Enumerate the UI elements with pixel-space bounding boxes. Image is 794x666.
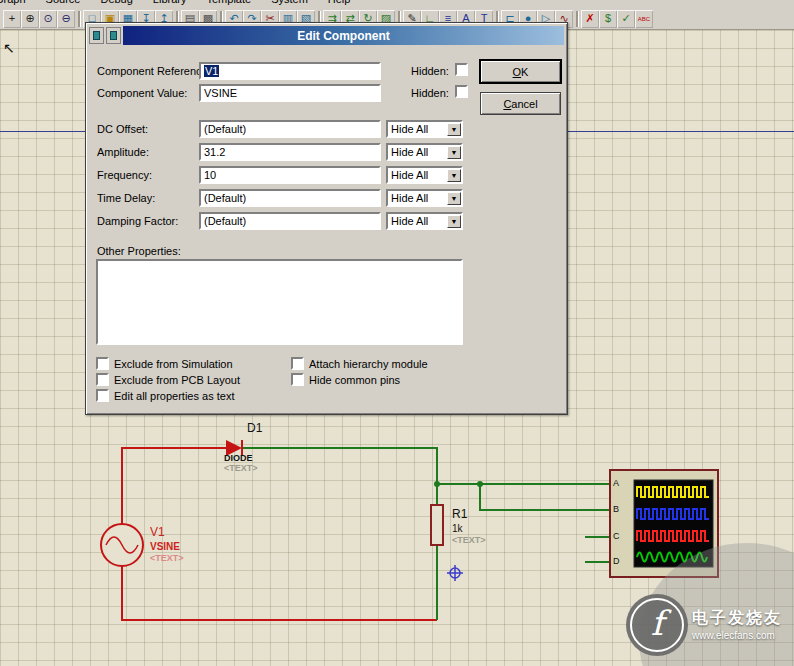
vsine-source-v1[interactable]	[101, 524, 143, 566]
ok-button[interactable]: OK	[480, 60, 561, 83]
component-value-label: Component Value:	[97, 87, 187, 99]
menu-source[interactable]: Source	[44, 0, 83, 5]
junction-dot	[434, 481, 440, 487]
chevron-down-icon[interactable]: ▼	[447, 215, 461, 228]
checkbox-box[interactable]	[96, 357, 109, 370]
edit-component-dialog: Edit Component Component Reference: V1 H…	[85, 22, 568, 415]
amplitude-visibility-select[interactable]: Hide All ▼	[386, 143, 463, 161]
cancel-button[interactable]: Cancel	[480, 92, 561, 115]
watermark-title: 电子发烧友	[692, 608, 782, 629]
frequency-label: Frequency:	[97, 169, 152, 181]
value-hidden-checkbox[interactable]	[455, 85, 468, 98]
amplitude-label: Amplitude:	[97, 146, 149, 158]
v1-text-placeholder: <TEXT>	[150, 553, 184, 563]
dialog-title: Edit Component	[297, 29, 390, 43]
origin-marker-icon	[447, 565, 463, 581]
toolbar-separator	[78, 11, 80, 27]
checkbox-box[interactable]	[291, 373, 304, 386]
d1-reference-label[interactable]: D1	[247, 421, 262, 435]
toolbar-separator	[576, 11, 578, 27]
toolbar-money-icon[interactable]: $	[599, 10, 617, 28]
dc-offset-visibility-select[interactable]: Hide All ▼	[386, 120, 463, 138]
scope-pin-a-label: A	[613, 478, 619, 488]
d1-value-label[interactable]: DIODE	[224, 453, 253, 463]
resistor-r1[interactable]	[431, 505, 443, 545]
time-delay-visibility-select[interactable]: Hide All ▼	[386, 189, 463, 207]
dialog-titlebar[interactable]: Edit Component	[89, 26, 564, 45]
time-delay-label: Time Delay:	[97, 192, 155, 204]
r1-text-placeholder: <TEXT>	[452, 535, 486, 545]
frequency-visibility-select[interactable]: Hide All ▼	[386, 166, 463, 184]
dc-offset-input[interactable]: (Default)	[199, 120, 381, 138]
menu-system[interactable]: System	[269, 0, 310, 5]
chevron-down-icon[interactable]: ▼	[447, 123, 461, 136]
v1-reference-label[interactable]: V1	[150, 525, 165, 539]
checkbox-box[interactable]	[291, 357, 304, 370]
frequency-input[interactable]: 10	[199, 166, 381, 184]
hidden-label: Hidden:	[411, 87, 449, 99]
menu-debug[interactable]: Debug	[98, 0, 134, 5]
chevron-down-icon[interactable]: ▼	[447, 169, 461, 182]
time-delay-input[interactable]: (Default)	[199, 189, 381, 207]
elecfans-logo-icon: f	[626, 594, 688, 656]
other-properties-label: Other Properties:	[97, 245, 181, 257]
toolbar-check-icon[interactable]: ✓	[617, 10, 635, 28]
toolbar-zoom-out-icon[interactable]: ⊖	[57, 10, 75, 28]
r1-reference-label[interactable]: R1	[452, 507, 467, 521]
menu-graph[interactable]: Graph	[0, 0, 28, 5]
scope-pin-b-label: B	[613, 504, 619, 514]
window-icon[interactable]	[106, 27, 121, 44]
hide-common-pins-checkbox[interactable]: Hide common pins	[291, 373, 400, 386]
hidden-label: Hidden:	[411, 65, 449, 77]
menu-library[interactable]: Library	[151, 0, 189, 5]
v1-value-label[interactable]: VSINE	[150, 541, 180, 552]
d1-text-placeholder: <TEXT>	[224, 463, 258, 473]
dc-offset-label: DC Offset:	[97, 123, 148, 135]
junction-dot	[477, 481, 483, 487]
watermark: f 电子发烧友 www.elecfans.com	[598, 590, 794, 666]
wire-red[interactable]	[122, 448, 437, 620]
damping-factor-visibility-select[interactable]: Hide All ▼	[386, 212, 463, 230]
component-reference-label: Component Reference:	[97, 65, 211, 77]
toolbar-delete-icon[interactable]: ✗	[581, 10, 599, 28]
exclude-from-pcb-layout-checkbox[interactable]: Exclude from PCB Layout	[96, 373, 240, 386]
reference-hidden-checkbox[interactable]	[455, 63, 468, 76]
chevron-down-icon[interactable]: ▼	[447, 192, 461, 205]
attach-hierarchy-module-checkbox[interactable]: Attach hierarchy module	[291, 357, 428, 370]
scope-pin-c-label: C	[613, 531, 620, 541]
toolbar-crosshair-icon[interactable]: +	[3, 10, 21, 28]
menu-template[interactable]: Template	[204, 0, 253, 5]
checkbox-box[interactable]	[96, 373, 109, 386]
r1-value-label[interactable]: 1k	[452, 523, 463, 534]
toolbar-origin-icon[interactable]: ⊕	[21, 10, 39, 28]
toolbar-zoom-in-icon[interactable]: ⊙	[39, 10, 57, 28]
window-icon[interactable]	[89, 27, 104, 44]
edit-all-properties-checkbox[interactable]: Edit all properties as text	[96, 389, 234, 402]
chevron-down-icon[interactable]: ▼	[447, 146, 461, 159]
amplitude-input[interactable]: 31.2	[199, 143, 381, 161]
checkbox-box[interactable]	[96, 389, 109, 402]
menu-bar: Graph Source Debug Library Template Syst…	[0, 0, 794, 8]
other-properties-input[interactable]	[96, 259, 463, 345]
menu-help[interactable]: Help	[326, 0, 353, 5]
exclude-from-simulation-checkbox[interactable]: Exclude from Simulation	[96, 357, 233, 370]
component-value-input[interactable]: VSINE	[199, 84, 381, 102]
component-reference-input[interactable]: V1	[199, 62, 381, 80]
scope-pin-d-label: D	[613, 556, 620, 566]
damping-factor-input[interactable]: (Default)	[199, 212, 381, 230]
damping-factor-label: Damping Factor:	[97, 215, 178, 227]
wire-green[interactable]	[243, 448, 610, 620]
watermark-url: www.elecfans.com	[692, 630, 775, 641]
toolbar-spellcheck-icon[interactable]: ABC	[635, 10, 653, 28]
